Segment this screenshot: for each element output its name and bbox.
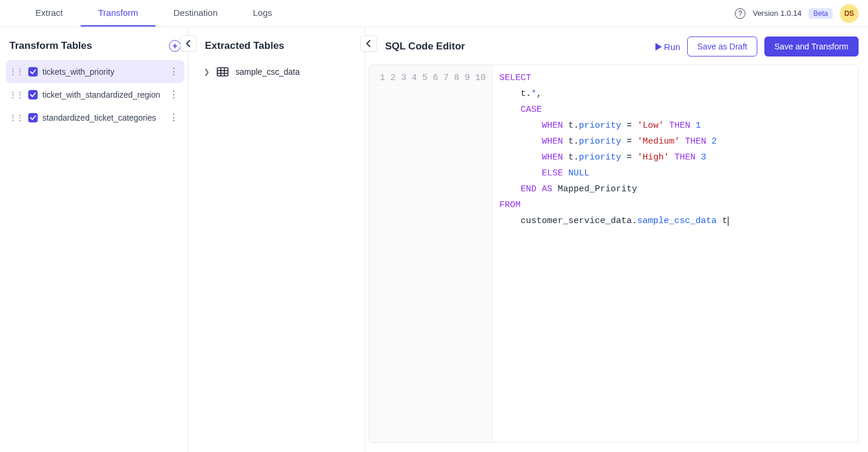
transform-tables-list: ⋮⋮tickets_with_priority⋮⋮⋮ticket_with_st… [6, 60, 184, 129]
main-tabs: ExtractTransformDestinationLogs [0, 0, 290, 26]
svg-rect-0 [217, 68, 228, 76]
code-content[interactable]: SELECT t.*, CASE WHEN t.priority = 'Low'… [492, 65, 858, 442]
extracted-panel-header: Extracted Tables [193, 36, 360, 60]
check-icon [28, 113, 38, 122]
transform-table-label: standardized_ticket_categories [42, 113, 162, 122]
collapse-extracted-panel-button[interactable] [360, 35, 377, 52]
line-number-gutter: 1 2 3 4 5 6 7 8 9 10 [369, 65, 492, 442]
beta-badge: Beta [809, 8, 833, 19]
save-and-transform-button[interactable]: Save and Transform [764, 36, 859, 56]
transform-table-label: ticket_with_standardized_region [42, 90, 162, 99]
extracted-panel-title: Extracted Tables [205, 40, 284, 52]
transform-tables-panel: Transform Tables + ⋮⋮tickets_with_priori… [0, 27, 188, 452]
transform-table-item[interactable]: ⋮⋮tickets_with_priority⋮ [6, 60, 184, 83]
help-icon[interactable]: ? [735, 8, 746, 19]
transform-table-item[interactable]: ⋮⋮ticket_with_standardized_region⋮ [6, 83, 184, 106]
tab-logs[interactable]: Logs [236, 0, 290, 26]
transform-panel-header: Transform Tables + [6, 36, 184, 60]
run-label: Run [664, 42, 681, 52]
version-label: Version 1.0.14 [753, 9, 801, 18]
code-editor[interactable]: 1 2 3 4 5 6 7 8 9 10 SELECT t.*, CASE WH… [369, 65, 859, 443]
extracted-tables-list: ❯sample_csc_data [193, 60, 360, 84]
drag-handle-icon[interactable]: ⋮⋮ [9, 68, 24, 76]
editor-header: SQL Code Editor Run Save as Draft Save a… [369, 33, 859, 65]
extracted-table-label: sample_csc_data [236, 67, 300, 77]
top-bar: ExtractTransformDestinationLogs ? Versio… [0, 0, 868, 27]
extracted-tables-panel: Extracted Tables ❯sample_csc_data [188, 27, 365, 452]
main-area: Transform Tables + ⋮⋮tickets_with_priori… [0, 27, 868, 452]
tab-extract[interactable]: Extract [18, 0, 81, 26]
play-icon [655, 43, 662, 51]
tab-destination[interactable]: Destination [155, 0, 235, 26]
drag-handle-icon[interactable]: ⋮⋮ [9, 114, 24, 122]
row-menu-button[interactable]: ⋮ [167, 89, 181, 100]
table-icon [217, 66, 228, 78]
editor-actions: Run Save as Draft Save and Transform [655, 36, 859, 56]
text-cursor [728, 217, 728, 227]
sql-editor-panel: SQL Code Editor Run Save as Draft Save a… [365, 27, 868, 452]
check-icon [28, 67, 38, 77]
row-menu-button[interactable]: ⋮ [167, 66, 181, 77]
transform-table-label: tickets_with_priority [42, 67, 162, 77]
transform-panel-title: Transform Tables [9, 40, 92, 52]
check-icon [28, 90, 38, 99]
extracted-table-item[interactable]: ❯sample_csc_data [201, 60, 360, 84]
save-as-draft-button[interactable]: Save as Draft [687, 36, 757, 56]
avatar[interactable]: DS [840, 4, 859, 23]
transform-table-item[interactable]: ⋮⋮standardized_ticket_categories⋮ [6, 106, 184, 129]
collapse-transform-panel-button[interactable] [180, 35, 197, 52]
chevron-right-icon[interactable]: ❯ [204, 68, 210, 76]
tab-transform[interactable]: Transform [81, 0, 156, 26]
add-transform-table-button[interactable]: + [169, 40, 181, 52]
editor-title: SQL Code Editor [385, 41, 465, 52]
drag-handle-icon[interactable]: ⋮⋮ [9, 91, 24, 99]
top-right-controls: ? Version 1.0.14 Beta DS [735, 4, 868, 23]
row-menu-button[interactable]: ⋮ [167, 112, 181, 123]
run-button[interactable]: Run [655, 42, 681, 52]
